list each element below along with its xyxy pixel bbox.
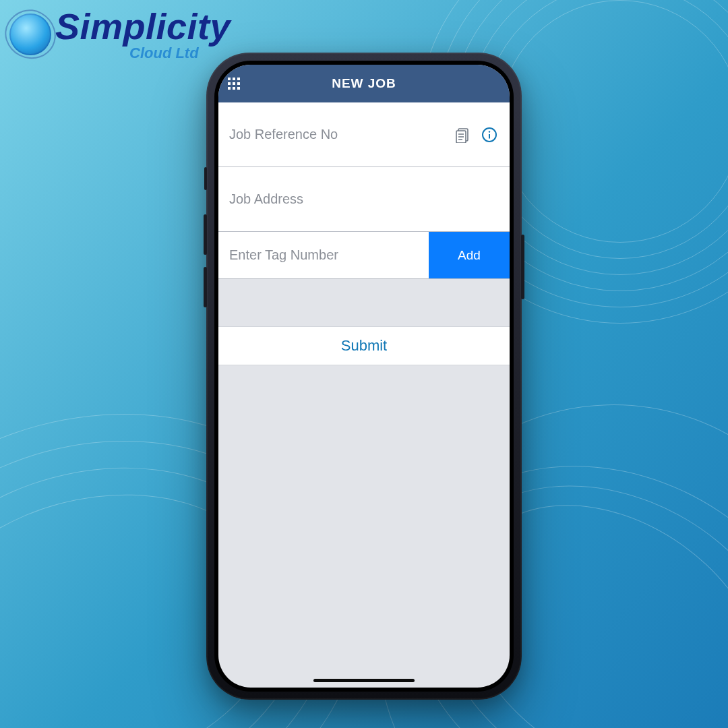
page-title: NEW JOB xyxy=(332,76,396,91)
phone-screen: NEW JOB xyxy=(218,65,510,688)
form-spacer xyxy=(218,279,510,326)
volume-down-button xyxy=(204,267,207,307)
new-job-form: Add Submit xyxy=(218,102,510,365)
brand-logo: Simplicity Cloud Ltd xyxy=(9,8,231,61)
brand-subtitle: Cloud Ltd xyxy=(129,46,231,61)
app-header: NEW JOB xyxy=(218,65,510,102)
info-icon[interactable] xyxy=(480,125,499,144)
tag-number-row: Add xyxy=(218,232,510,279)
job-address-row xyxy=(218,167,510,232)
silent-switch xyxy=(204,167,207,190)
menu-grid-icon[interactable] xyxy=(228,78,240,90)
tag-number-input[interactable] xyxy=(218,232,429,278)
globe-icon xyxy=(9,13,51,55)
svg-point-6 xyxy=(489,131,490,132)
submit-row: Submit xyxy=(218,326,510,365)
phone-mockup: NEW JOB xyxy=(206,53,522,700)
job-reference-row xyxy=(218,102,510,167)
add-button[interactable]: Add xyxy=(429,232,510,278)
home-indicator xyxy=(313,679,415,682)
power-button xyxy=(521,235,524,299)
clipboard-icon[interactable] xyxy=(453,125,472,144)
job-address-input[interactable] xyxy=(229,167,499,231)
brand-title: Simplicity xyxy=(55,8,231,44)
job-reference-input[interactable] xyxy=(229,102,445,166)
volume-up-button xyxy=(204,214,207,255)
submit-button[interactable]: Submit xyxy=(341,337,387,355)
